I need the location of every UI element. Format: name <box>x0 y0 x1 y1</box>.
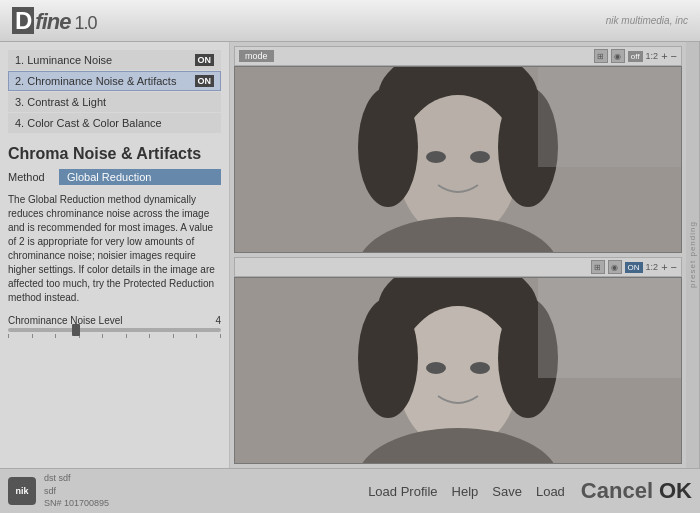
slider-ticks <box>8 334 221 338</box>
svg-point-17 <box>470 362 490 374</box>
file-info-1: dst sdf <box>44 472 109 485</box>
step-4[interactable]: 4. Color Cast & Color Balance <box>8 113 221 133</box>
top-ratio: 1:2 <box>646 51 659 61</box>
preview-bottom-controls: ⊞ ◉ ON 1:2 + − <box>234 257 682 277</box>
right-content: mode ⊞ ◉ off 1:2 + − <box>230 42 700 468</box>
preview-top: mode ⊞ ◉ off 1:2 + − <box>234 46 682 253</box>
zoom-fit-icon[interactable]: ⊞ <box>594 49 608 63</box>
svg-rect-9 <box>538 67 681 167</box>
main-layout: 1. Luminance Noise ON 2. Chrominance Noi… <box>0 42 700 468</box>
preview-area: mode ⊞ ◉ off 1:2 + − <box>230 42 686 468</box>
logo-version: 1.0 <box>74 13 96 33</box>
top-minus-icon[interactable]: − <box>671 50 677 62</box>
svg-point-16 <box>426 362 446 374</box>
top-ctrl-icons: ⊞ ◉ off 1:2 + − <box>594 49 677 63</box>
slider-handle[interactable] <box>72 324 80 336</box>
slider-row: Chrominance Noise Level 4 <box>8 315 221 338</box>
bottom-ctrl-icons: ⊞ ◉ ON 1:2 + − <box>591 260 677 274</box>
footer-actions: Load Profile Help Save Load <box>368 484 565 499</box>
company-name: nik multimedia, inc <box>606 15 688 26</box>
svg-point-7 <box>470 151 490 163</box>
step-1-label: 1. Luminance Noise <box>15 54 112 66</box>
footer-bar: nik dst sdf sdf SN# 101700895 Load Profi… <box>0 468 700 513</box>
svg-point-14 <box>358 298 418 418</box>
logo-d: D <box>12 7 34 34</box>
section-title: Chroma Noise & Artifacts <box>8 145 221 163</box>
app-logo: Dfine1.0 <box>12 7 97 35</box>
step-2-status: ON <box>195 75 215 87</box>
step-list: 1. Luminance Noise ON 2. Chrominance Noi… <box>8 50 221 133</box>
logo-fine: fine <box>35 9 70 34</box>
description-text: The Global Reduction method dynamically … <box>8 193 221 305</box>
preview-bottom: ⊞ ◉ ON 1:2 + − <box>234 257 682 464</box>
bottom-ratio: 1:2 <box>646 262 659 272</box>
preview-top-controls: mode ⊞ ◉ off 1:2 + − <box>234 46 682 66</box>
help-button[interactable]: Help <box>452 484 479 499</box>
serial-number: SN# 101700895 <box>44 497 109 510</box>
slider-track[interactable] <box>8 328 221 332</box>
slider-value: 4 <box>215 315 221 326</box>
bottom-zoom-fit-icon[interactable]: ⊞ <box>591 260 605 274</box>
save-button[interactable]: Save <box>492 484 522 499</box>
load-profile-button[interactable]: Load Profile <box>368 484 437 499</box>
bottom-eye-icon[interactable]: ◉ <box>608 260 622 274</box>
step-2-label: 2. Chrominance Noise & Artifacts <box>15 75 176 87</box>
footer-info: dst sdf sdf SN# 101700895 <box>44 472 109 510</box>
step-3-label: 3. Contrast & Light <box>15 96 106 108</box>
load-button[interactable]: Load <box>536 484 565 499</box>
method-row: Method Global Reduction <box>8 169 221 185</box>
ok-button[interactable]: OK <box>659 478 692 504</box>
method-value[interactable]: Global Reduction <box>59 169 221 185</box>
step-3[interactable]: 3. Contrast & Light <box>8 92 221 112</box>
bottom-plus-icon[interactable]: + <box>661 261 667 273</box>
step-1-status: ON <box>195 54 215 66</box>
eye-icon[interactable]: ◉ <box>611 49 625 63</box>
top-plus-icon[interactable]: + <box>661 50 667 62</box>
nik-logo: nik <box>8 477 36 505</box>
bottom-minus-icon[interactable]: − <box>671 261 677 273</box>
file-info-2: sdf <box>44 485 109 498</box>
footer-cancel-ok: Cancel OK <box>581 478 692 504</box>
mode-button[interactable]: mode <box>239 50 274 62</box>
svg-rect-19 <box>538 278 681 378</box>
preview-top-image <box>234 66 682 253</box>
sidebar-strip: preset pending <box>686 42 700 468</box>
left-panel: 1. Luminance Noise ON 2. Chrominance Noi… <box>0 42 230 468</box>
method-label: Method <box>8 171 53 183</box>
step-2[interactable]: 2. Chrominance Noise & Artifacts ON <box>8 71 221 91</box>
step-1[interactable]: 1. Luminance Noise ON <box>8 50 221 70</box>
preview-bottom-image <box>234 277 682 464</box>
header-bar: Dfine1.0 nik multimedia, inc <box>0 0 700 42</box>
slider-label-row: Chrominance Noise Level 4 <box>8 315 221 326</box>
svg-point-4 <box>358 87 418 207</box>
slider-label: Chrominance Noise Level <box>8 315 123 326</box>
bottom-on-toggle[interactable]: ON <box>625 262 643 273</box>
cancel-button[interactable]: Cancel <box>581 478 653 504</box>
top-off-toggle[interactable]: off <box>628 51 643 62</box>
step-4-label: 4. Color Cast & Color Balance <box>15 117 162 129</box>
svg-point-6 <box>426 151 446 163</box>
